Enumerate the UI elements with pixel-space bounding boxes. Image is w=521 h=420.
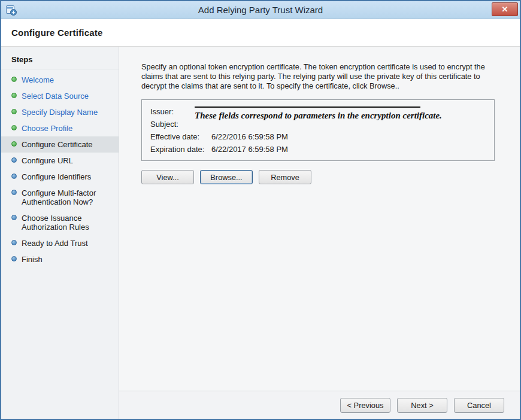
steps-list: Welcome Select Data Source Specify Displ… xyxy=(1,72,119,267)
step-status-icon xyxy=(11,141,17,147)
steps-sidebar: Steps Welcome Select Data Source Specify… xyxy=(1,47,119,419)
step-label: Select Data Source xyxy=(22,92,89,101)
sidebar-item-configure-certificate: Configure Certificate xyxy=(1,136,119,153)
cert-field-value: 6/22/2016 6:59:58 PM xyxy=(211,132,487,141)
sidebar-item-configure-url: Configure URL xyxy=(1,153,119,169)
step-status-icon xyxy=(11,215,17,220)
sidebar-item-specify-display-name[interactable]: Specify Display Name xyxy=(1,104,119,120)
step-status-icon xyxy=(11,157,17,163)
step-label: Configure URL xyxy=(22,156,73,165)
annotation-note: These fields correspond to parameters in… xyxy=(195,111,442,121)
cert-field-label: Expiration date: xyxy=(150,145,211,154)
cert-field-label: Subject: xyxy=(150,120,211,129)
cert-field-effective-date: Effective date: 6/22/2016 6:59:58 PM xyxy=(150,130,487,143)
cert-field-expiration-date: Expiration date: 6/22/2017 6:59:58 PM xyxy=(150,143,487,156)
app-icon[interactable] xyxy=(5,4,17,16)
sidebar-item-finish: Finish xyxy=(1,251,119,267)
step-label: Choose Profile xyxy=(22,124,72,133)
titlebar[interactable]: Add Relying Party Trust Wizard ✕ xyxy=(1,1,520,19)
steps-heading: Steps xyxy=(1,50,119,69)
sidebar-item-choose-profile[interactable]: Choose Profile xyxy=(1,120,119,136)
sidebar-item-select-data-source[interactable]: Select Data Source xyxy=(1,88,119,104)
cert-field-value: 6/22/2017 6:59:58 PM xyxy=(211,145,487,154)
step-label: Specify Display Name xyxy=(22,108,98,117)
step-label: Configure Multi-factor Authentication No… xyxy=(22,188,115,206)
page-header: Configure Certificate xyxy=(1,19,520,47)
annotation-line xyxy=(195,106,420,108)
step-label: Welcome xyxy=(22,75,54,84)
step-status-icon xyxy=(11,190,17,195)
wizard-footer: < Previous Next > Cancel xyxy=(119,391,520,419)
wizard-window: Add Relying Party Trust Wizard ✕ Configu… xyxy=(0,0,521,420)
cert-field-label: Effective date: xyxy=(150,132,211,141)
cancel-button[interactable]: Cancel xyxy=(454,398,504,413)
remove-button[interactable]: Remove xyxy=(259,170,311,184)
page-description: Specify an optional token encryption cer… xyxy=(141,62,501,91)
step-status-icon xyxy=(11,125,17,130)
page-title: Configure Certificate xyxy=(11,28,103,38)
step-status-icon xyxy=(11,174,17,179)
browse-button[interactable]: Browse... xyxy=(200,170,253,184)
step-label: Finish xyxy=(22,255,43,264)
step-status-icon xyxy=(11,256,17,261)
sidebar-item-configure-identifiers: Configure Identifiers xyxy=(1,169,119,185)
certificate-details-panel: Issuer: Subject: Effective date: 6/22/20… xyxy=(141,99,495,161)
step-status-icon xyxy=(11,93,17,98)
window-title: Add Relying Party Trust Wizard xyxy=(1,5,520,15)
next-button[interactable]: Next > xyxy=(397,398,447,413)
main-content: Specify an optional token encryption cer… xyxy=(119,47,520,391)
previous-button[interactable]: < Previous xyxy=(340,398,390,413)
sidebar-item-configure-mfa: Configure Multi-factor Authentication No… xyxy=(1,185,119,210)
certificate-actions: View... Browse... Remove xyxy=(141,170,503,184)
sidebar-item-ready-to-add-trust: Ready to Add Trust xyxy=(1,235,119,251)
step-label: Ready to Add Trust xyxy=(22,239,88,248)
view-button[interactable]: View... xyxy=(141,170,194,184)
step-label: Choose Issuance Authorization Rules xyxy=(22,214,115,232)
step-status-icon xyxy=(11,240,17,245)
step-label: Configure Certificate xyxy=(22,140,93,149)
sidebar-item-choose-issuance-rules: Choose Issuance Authorization Rules xyxy=(1,210,119,235)
close-button[interactable]: ✕ xyxy=(492,2,518,16)
step-status-icon xyxy=(11,77,17,82)
step-label: Configure Identifiers xyxy=(22,172,91,181)
step-status-icon xyxy=(11,109,17,114)
sidebar-item-welcome[interactable]: Welcome xyxy=(1,72,119,88)
